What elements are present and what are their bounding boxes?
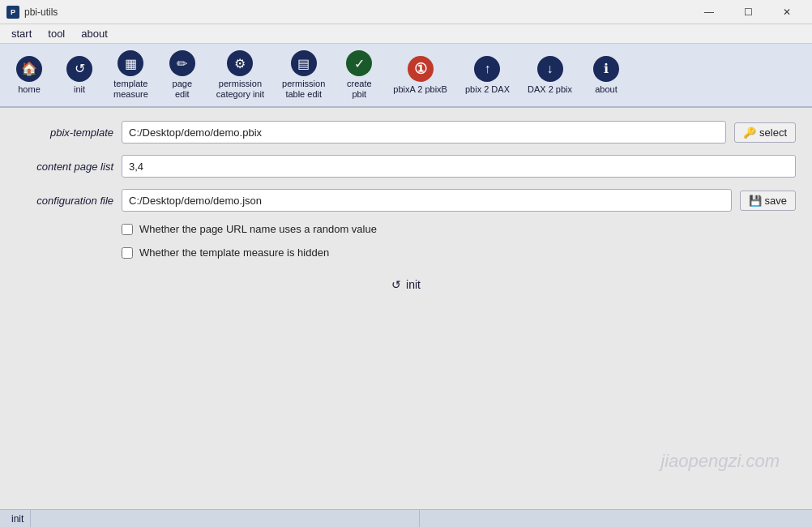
config-file-input[interactable]	[122, 189, 732, 212]
toolbar-create-pbit-button[interactable]: ✓ create pbit	[335, 47, 383, 103]
app-icon: P	[6, 6, 19, 19]
toolbar-init-button[interactable]: ↺ init	[55, 47, 104, 103]
config-file-label: configuration file	[16, 195, 113, 207]
pbixA-pbixB-icon: ①	[408, 56, 434, 82]
menu-about[interactable]: about	[73, 26, 116, 41]
status-segment-2	[31, 510, 419, 527]
select-icon: 🔑	[743, 126, 756, 139]
toolbar-about-button[interactable]: ℹ about	[582, 47, 630, 103]
checkbox2-row: Whether the template measure is hidden	[122, 246, 796, 259]
save-label: save	[765, 195, 787, 207]
pbixA-pbixB-label: pbixA 2 pbixB	[393, 84, 447, 95]
minimize-button[interactable]: —	[690, 0, 728, 24]
pbix-template-input[interactable]	[122, 121, 726, 144]
permission-table-label: permission table edit	[282, 79, 325, 100]
hidden-measure-label: Whether the template measure is hidden	[139, 246, 329, 259]
title-bar: P pbi-utils — ☐ ✕	[0, 0, 812, 24]
toolbar-template-measure-button[interactable]: ▦ template measure	[105, 47, 156, 103]
watermark-area: jiaopengzi.com	[16, 307, 796, 496]
template-measure-icon: ▦	[118, 50, 143, 76]
pbix-dax-label: pbix 2 DAX	[465, 84, 510, 95]
init-action-button[interactable]: ↺ init	[375, 273, 437, 296]
toolbar-home-button[interactable]: 🏠 home	[5, 47, 53, 103]
permission-table-icon: ▤	[291, 50, 317, 76]
content-page-label: content page list	[16, 161, 113, 173]
maximize-button[interactable]: ☐	[729, 0, 767, 24]
pbix-template-row: pbix-template 🔑 select	[16, 121, 796, 144]
init-action-icon: ↺	[391, 278, 401, 291]
watermark: jiaopengzi.com	[660, 451, 780, 472]
content-page-row: content page list	[16, 155, 796, 178]
pbix-dax-icon: ↑	[474, 56, 500, 82]
init-button-row: ↺ init	[16, 273, 796, 296]
create-pbit-icon: ✓	[346, 50, 372, 76]
select-button[interactable]: 🔑 select	[734, 122, 796, 143]
toolbar-pbixA-pbixB-button[interactable]: ① pbixA 2 pbixB	[385, 47, 455, 103]
about-icon: ℹ	[593, 56, 619, 82]
random-url-label: Whether the page URL name uses a random …	[139, 223, 377, 235]
title-controls: — ☐ ✕	[690, 0, 806, 24]
home-icon: 🏠	[16, 56, 42, 82]
pbix-template-label: pbix-template	[16, 126, 113, 139]
init-label: init	[74, 84, 85, 95]
dax-pbix-icon: ↓	[537, 56, 563, 82]
title-bar-left: P pbi-utils	[6, 6, 58, 19]
toolbar-permission-table-button[interactable]: ▤ permission table edit	[274, 47, 333, 103]
init-action-label: init	[406, 278, 421, 291]
config-file-row: configuration file 💾 save	[16, 189, 796, 212]
hidden-measure-checkbox[interactable]	[122, 247, 133, 259]
status-segment-1: init	[5, 510, 31, 527]
toolbar-permission-category-button[interactable]: ⚙ permission category init	[208, 47, 272, 103]
menu-start[interactable]: start	[3, 26, 40, 41]
template-measure-label: template measure	[113, 79, 148, 100]
window-title: pbi-utils	[24, 6, 58, 18]
main-content: pbix-template 🔑 select content page list…	[0, 108, 812, 509]
menu-bar: start tool about	[0, 24, 812, 44]
content-page-input[interactable]	[122, 155, 796, 178]
save-icon: 💾	[749, 195, 762, 207]
toolbar-pbix-dax-button[interactable]: ↑ pbix 2 DAX	[457, 47, 518, 103]
permission-category-icon: ⚙	[227, 50, 253, 76]
status-bar: init	[0, 509, 812, 527]
checkbox1-row: Whether the page URL name uses a random …	[122, 223, 796, 235]
permission-category-label: permission category init	[216, 79, 264, 100]
toolbar-dax-pbix-button[interactable]: ↓ DAX 2 pbix	[519, 47, 580, 103]
close-button[interactable]: ✕	[768, 0, 806, 24]
toolbar: 🏠 home ↺ init ▦ template measure ✏ page …	[0, 44, 812, 108]
create-pbit-label: create pbit	[347, 79, 372, 100]
page-edit-label: page edit	[173, 79, 192, 100]
init-icon: ↺	[66, 56, 92, 82]
about-label: about	[595, 84, 618, 95]
menu-tool[interactable]: tool	[40, 26, 73, 41]
dax-pbix-label: DAX 2 pbix	[528, 84, 572, 95]
toolbar-page-edit-button[interactable]: ✏ page edit	[158, 47, 207, 103]
select-label: select	[759, 126, 787, 139]
status-segment-3	[420, 510, 807, 527]
page-edit-icon: ✏	[169, 50, 195, 76]
save-button[interactable]: 💾 save	[740, 191, 796, 211]
random-url-checkbox[interactable]	[122, 224, 133, 235]
home-label: home	[18, 84, 41, 95]
